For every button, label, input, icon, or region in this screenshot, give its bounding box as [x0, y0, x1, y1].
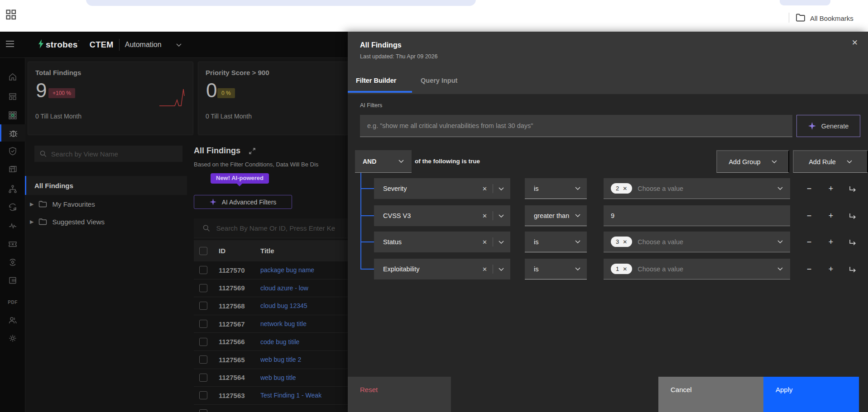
sidebar-item-pdf[interactable]: PDF [0, 294, 25, 311]
add-sibling-rule-button[interactable]: + [824, 232, 838, 252]
row-checkbox[interactable] [199, 266, 207, 274]
sidebar-item-assets[interactable] [0, 107, 25, 124]
row-checkbox[interactable] [199, 338, 207, 346]
table-row[interactable]: 1127569 cloud azure - low [194, 279, 348, 298]
field-select[interactable]: Severity ✕ [374, 178, 510, 199]
hamburger-icon[interactable] [6, 41, 14, 49]
sidebar-item-findings[interactable] [0, 124, 25, 142]
selected-count-chip[interactable]: 1✕ [611, 264, 632, 274]
reset-button[interactable]: Reset [348, 377, 451, 412]
sidebar-item-settings[interactable] [0, 330, 25, 347]
sidebar-item-automation[interactable] [0, 199, 25, 216]
sidebar-item-integrations[interactable] [0, 161, 25, 179]
sidebar-item-activity[interactable] [0, 217, 25, 234]
automation-menu[interactable]: Automation [125, 41, 162, 49]
table-row[interactable]: 1127566 code bug titile [194, 333, 348, 351]
row-checkbox[interactable] [199, 374, 207, 382]
field-select[interactable]: CVSS V3 ✕ [374, 205, 510, 226]
add-sibling-rule-button[interactable]: + [824, 259, 838, 279]
add-group-button[interactable]: Add Group [716, 150, 789, 173]
add-sibling-rule-button[interactable]: + [824, 178, 838, 199]
field-select[interactable]: Status ✕ [374, 232, 510, 252]
generate-button[interactable]: Generate [796, 115, 860, 137]
sidebar-item-scans[interactable] [0, 254, 25, 271]
selected-count-chip[interactable]: 2✕ [611, 183, 632, 194]
finding-title-link[interactable]: Test Finding 1 - Weak [260, 392, 321, 399]
caret-right-icon[interactable]: ▶ [30, 201, 34, 207]
value-select[interactable]: 2✕ Choose a value [604, 178, 790, 199]
table-row-partial[interactable] [194, 405, 348, 412]
nest-rule-icon[interactable] [845, 259, 860, 279]
operator-select[interactable]: is [525, 178, 587, 199]
table-row[interactable]: 1127567 network bug title [194, 315, 348, 333]
value-select[interactable]: 3✕ Choose a value [604, 232, 790, 252]
clear-icon[interactable]: ✕ [482, 239, 487, 246]
clear-icon[interactable]: ✕ [482, 213, 487, 219]
finding-title-link[interactable]: network bug title [260, 320, 307, 327]
view-folder-suggested[interactable]: ▶ Suggested Views [30, 213, 184, 230]
column-header-id[interactable]: ID [219, 247, 260, 255]
row-checkbox[interactable] [199, 409, 207, 412]
brand-name[interactable]: strobesˊ [46, 40, 80, 50]
table-row[interactable]: 1127568 cloud bug 12345 [194, 297, 348, 315]
operator-select[interactable]: greater than [525, 205, 587, 226]
column-header-title[interactable]: Title [260, 247, 274, 255]
selected-count-chip[interactable]: 3✕ [611, 237, 632, 247]
table-row[interactable]: 1127570 package bug name [194, 261, 348, 279]
finding-title-link[interactable]: cloud bug 12345 [260, 302, 307, 309]
condition-select[interactable]: AND [355, 150, 412, 173]
field-select[interactable]: Exploitability ✕ [374, 259, 510, 279]
finding-title-link[interactable]: package bug name [260, 266, 314, 274]
sidebar-item-home[interactable] [0, 68, 25, 85]
tab-filter-builder[interactable]: Filter Builder [356, 77, 396, 84]
remove-rule-button[interactable]: − [802, 232, 816, 252]
expand-icon[interactable] [249, 147, 256, 155]
chip-clear-icon[interactable]: ✕ [623, 239, 627, 245]
add-rule-button[interactable]: Add Rule [793, 150, 868, 173]
sidebar-item-hierarchy[interactable] [0, 180, 25, 198]
value-input[interactable]: 9 [604, 205, 790, 226]
close-icon[interactable]: ✕ [852, 38, 858, 47]
table-row[interactable]: 1127565 web bug title 2 [194, 351, 348, 369]
nest-rule-icon[interactable] [845, 205, 860, 226]
chip-clear-icon[interactable]: ✕ [623, 266, 627, 272]
tab-query-input[interactable]: Query Input [421, 77, 457, 84]
operator-select[interactable]: is [525, 259, 587, 279]
nest-rule-icon[interactable] [845, 232, 860, 252]
sidebar-item-compliance[interactable] [0, 142, 25, 160]
row-checkbox[interactable] [199, 320, 207, 328]
finding-title-link[interactable]: cloud azure - low [260, 284, 308, 292]
chip-clear-icon[interactable]: ✕ [623, 185, 627, 192]
table-row[interactable]: 1127564 web bug title [194, 369, 348, 387]
row-checkbox[interactable] [199, 284, 207, 292]
folder-icon[interactable] [796, 13, 806, 24]
row-checkbox[interactable] [199, 302, 207, 310]
operator-select[interactable]: is [525, 232, 587, 252]
findings-search-input[interactable] [216, 224, 348, 232]
remove-rule-button[interactable]: − [802, 259, 816, 279]
table-row[interactable]: 1127563 Test Finding 1 - Weak [194, 387, 348, 405]
caret-right-icon[interactable]: ▶ [30, 219, 34, 225]
cancel-button[interactable]: Cancel [658, 377, 763, 412]
ai-filter-input[interactable] [360, 115, 792, 137]
row-checkbox[interactable] [199, 391, 207, 399]
value-select[interactable]: 1✕ Choose a value [604, 259, 790, 279]
add-sibling-rule-button[interactable]: + [824, 205, 838, 226]
finding-title-link[interactable]: web bug title [260, 374, 296, 381]
view-folder-favourites[interactable]: ▶ My Favourites [30, 195, 184, 213]
sidebar-item-tickets[interactable] [0, 235, 25, 252]
all-bookmarks-label[interactable]: All Bookmarks [810, 14, 854, 22]
chevron-down-icon[interactable] [176, 43, 182, 47]
select-all-checkbox[interactable] [199, 247, 207, 255]
sidebar-item-dashboard[interactable] [0, 88, 25, 105]
ai-advanced-filters-button[interactable]: AI Advanced Filters [194, 195, 292, 209]
row-checkbox[interactable] [199, 355, 207, 364]
finding-title-link[interactable]: code bug titile [260, 338, 299, 346]
view-item-all-findings[interactable]: All Findings [25, 176, 187, 195]
clear-icon[interactable]: ✕ [482, 185, 487, 192]
remove-rule-button[interactable]: − [802, 205, 816, 226]
apps-grid-icon[interactable] [6, 9, 16, 22]
nest-rule-icon[interactable] [845, 178, 860, 199]
apply-button[interactable]: Apply [763, 377, 859, 412]
clear-icon[interactable]: ✕ [482, 266, 487, 273]
